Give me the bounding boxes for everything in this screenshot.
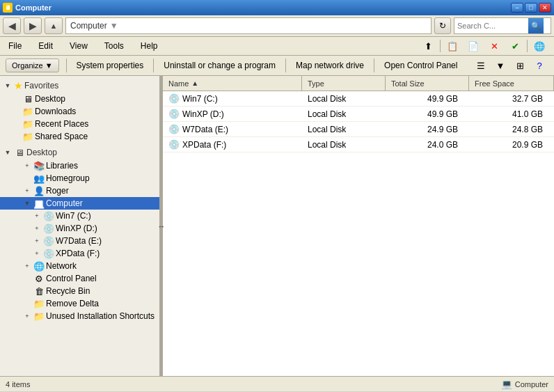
sidebar-item-shared[interactable]: 📁 Shared Space (0, 130, 159, 143)
roger-expander[interactable]: + (22, 186, 32, 196)
computer-expander[interactable]: ▼ (22, 198, 32, 208)
unused-label: Unused Installation Shortcuts (46, 311, 157, 321)
sidebar-item-win7[interactable]: + 💿 Win7 (C:) (0, 210, 159, 222)
table-row[interactable]: 💿 WinXP (D:) Local Disk 49.9 GB 41.0 GB (163, 107, 554, 122)
secondary-toolbar: Organize ▼ System properties Uninstall o… (0, 56, 554, 76)
col-header-total[interactable]: Total Size (386, 76, 469, 91)
win7-icon: 💿 (43, 210, 54, 221)
winxp-expander[interactable]: + (32, 224, 42, 233)
minimize-button[interactable]: – (511, 3, 523, 13)
recent-label: Recent Places (35, 119, 157, 129)
status-computer-label: Computer (515, 380, 548, 389)
uninstall-button[interactable]: Uninstall or change a program (161, 59, 278, 72)
shared-label: Shared Space (35, 132, 157, 141)
close-button[interactable]: ✕ (539, 3, 551, 13)
w7data-expander[interactable]: + (32, 236, 42, 246)
sidebar-item-computer[interactable]: ▼ 💻 Computer (0, 197, 159, 210)
delete-icon-btn[interactable]: ✕ (485, 38, 503, 54)
col-header-type[interactable]: Type (302, 76, 386, 91)
win7-expander[interactable]: + (32, 211, 42, 221)
control-panel-icon: ⚙ (33, 273, 45, 284)
forward-button[interactable]: ▶ (24, 17, 42, 34)
computer-icon: 💻 (33, 198, 45, 209)
path-dropdown-arrow[interactable]: ▼ (110, 21, 118, 31)
col-header-free[interactable]: Free Space (469, 76, 554, 91)
drive-icon-1: 💿 (168, 109, 180, 119)
maximize-button[interactable]: □ (525, 3, 537, 13)
drive-type-2: Local Disk (302, 125, 386, 134)
control-panel-expander (22, 274, 32, 283)
sidebar-item-unused[interactable]: + 📁 Unused Installation Shortcuts (0, 310, 159, 322)
search-go-button[interactable]: 🔍 (528, 18, 544, 33)
computer-label: Computer (46, 198, 157, 208)
control-panel-button[interactable]: Open Control Panel (381, 59, 460, 72)
toolbar-sep2 (153, 58, 154, 72)
libraries-expander[interactable]: + (22, 161, 32, 171)
map-network-button[interactable]: Map network drive (293, 59, 367, 72)
table-row[interactable]: 💿 W7Data (E:) Local Disk 24.9 GB 24.8 GB (163, 122, 554, 137)
sidebar-resize-handle[interactable]: ↔ (160, 76, 163, 376)
status-computer-icon: 💻 (501, 379, 512, 389)
view-large-icon[interactable]: ⊞ (511, 58, 529, 73)
sidebar-item-remove-delta[interactable]: 📁 Remove Delta (0, 297, 159, 310)
separator2 (527, 40, 528, 52)
w7data-label: W7Data (E:) (56, 236, 157, 246)
table-row[interactable]: 💿 XPData (F:) Local Disk 24.0 GB 20.9 GB (163, 137, 554, 152)
downloads-label: Downloads (35, 107, 157, 116)
favorites-star-icon: ★ (14, 80, 23, 91)
sidebar-item-desktop-section[interactable]: ▼ 🖥 Desktop (0, 146, 159, 159)
search-box[interactable]: 🔍 (454, 17, 551, 34)
address-bar: ◀ ▶ ▲ Computer ▼ ↻ 🔍 (0, 15, 554, 37)
sidebar-item-libraries[interactable]: + 📚 Libraries (0, 159, 159, 172)
recycle-bin-label: Recycle Bin (46, 286, 157, 296)
back-button[interactable]: ◀ (3, 17, 21, 34)
sidebar-item-roger[interactable]: + 👤 Roger (0, 185, 159, 197)
xpdata-expander[interactable]: + (32, 249, 42, 258)
check-icon-btn[interactable]: ✔ (506, 38, 524, 54)
drive-type-0: Local Disk (302, 94, 386, 104)
help-icon[interactable]: ? (530, 58, 548, 73)
view-details-icon[interactable]: ☰ (472, 58, 490, 73)
sidebar-item-w7data[interactable]: + 💿 W7Data (E:) (0, 235, 159, 247)
sidebar-item-recent[interactable]: 📁 Recent Places (0, 118, 159, 130)
favorites-expander[interactable]: ▼ (3, 81, 13, 91)
view-dropdown-arrow[interactable]: ▼ (491, 58, 509, 73)
copy-icon-btn[interactable]: 📋 (443, 38, 461, 54)
up-folder-icon-btn[interactable]: ⬆ (419, 38, 437, 54)
sidebar-item-xpdata[interactable]: + 💿 XPData (F:) (0, 247, 159, 260)
refresh-button[interactable]: ↻ (434, 17, 451, 34)
globe-icon-btn[interactable]: 🌐 (530, 38, 548, 54)
sidebar-item-desktop[interactable]: 🖥 Desktop (0, 93, 159, 105)
sidebar-item-downloads[interactable]: 📁 Downloads (0, 105, 159, 118)
desktop-section-expander[interactable]: ▼ (3, 148, 13, 157)
search-input[interactable] (457, 22, 527, 30)
sidebar-item-favorites[interactable]: ▼ ★ Favorites (0, 79, 159, 93)
menu-edit[interactable]: Edit (35, 40, 56, 52)
drive-name-2: 💿 W7Data (E:) (163, 124, 302, 134)
menu-file[interactable]: File (6, 40, 24, 52)
sidebar-item-winxp[interactable]: + 💿 WinXP (D:) (0, 222, 159, 235)
up-button[interactable]: ▲ (45, 17, 63, 34)
drive-free-2: 24.8 GB (469, 125, 554, 134)
menu-view[interactable]: View (67, 40, 90, 52)
file-list: 💿 Win7 (C:) Local Disk 49.9 GB 32.7 GB 💿… (163, 91, 554, 376)
organize-button[interactable]: Organize ▼ (6, 58, 59, 72)
sidebar-item-network[interactable]: + 🌐 Network (0, 260, 159, 272)
sidebar-item-recycle-bin[interactable]: 🗑 Recycle Bin (0, 285, 159, 297)
drive-icon-0: 💿 (168, 93, 180, 104)
xpdata-label: XPData (F:) (56, 249, 157, 258)
paste-icon-btn[interactable]: 📄 (464, 38, 482, 54)
network-expander[interactable]: + (22, 261, 32, 271)
drive-free-0: 32.7 GB (469, 94, 554, 104)
col-header-name[interactable]: Name ▲ (163, 76, 302, 91)
table-row[interactable]: 💿 Win7 (C:) Local Disk 49.9 GB 32.7 GB (163, 91, 554, 107)
title-bar-buttons: – □ ✕ (511, 3, 551, 13)
menu-help[interactable]: Help (138, 40, 161, 52)
sidebar-item-homegroup[interactable]: 👥 Homegroup (0, 172, 159, 185)
system-properties-button[interactable]: System properties (74, 59, 147, 72)
address-combo[interactable]: Computer ▼ (65, 17, 432, 34)
menu-tools[interactable]: Tools (102, 40, 127, 52)
unused-expander[interactable]: + (22, 311, 32, 321)
sidebar-item-control-panel[interactable]: ⚙ Control Panel (0, 272, 159, 285)
window-title: Computer (15, 3, 52, 12)
